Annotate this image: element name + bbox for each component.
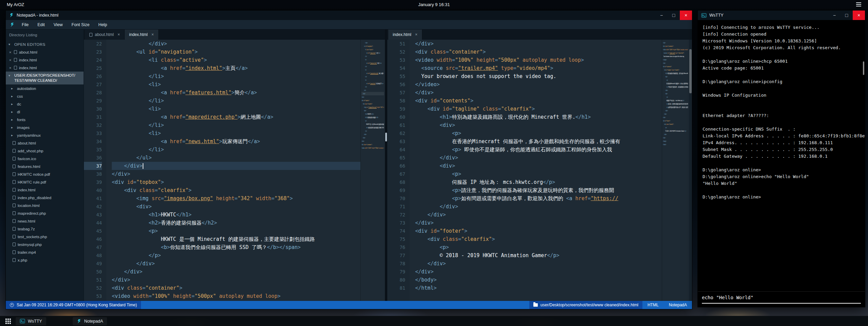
- code-line[interactable]: <a href="mapredirect.php">網上地圖</a>: [112, 113, 360, 121]
- code-line[interactable]: <h1>HKWTC</h1>: [112, 211, 360, 219]
- folder-css[interactable]: ▸css: [6, 92, 84, 100]
- code-line[interactable]: <div id="topbox">: [112, 178, 360, 186]
- code-line[interactable]: <p>請注意，我們的伺服器為確保玩家及遊玩時的質素，我們對的服務開: [415, 186, 662, 194]
- close-file-icon[interactable]: ×: [8, 58, 12, 62]
- terminal-input[interactable]: [702, 293, 861, 304]
- code-line[interactable]: <div class="container">: [112, 284, 360, 292]
- system-menu-button[interactable]: My ArOZ: [7, 2, 24, 7]
- file-features-html[interactable]: features.html: [6, 162, 84, 170]
- file-testmysql-php[interactable]: testmysql.php: [6, 241, 84, 248]
- code-line[interactable]: </div>: [415, 219, 662, 227]
- file-about-html[interactable]: about.html: [6, 139, 84, 147]
- code-editor[interactable]: </div> <ul id="navigation"> <li class="a…: [106, 40, 360, 301]
- file-mapredirect-php[interactable]: mapredirect.php: [6, 209, 84, 217]
- close-tab-icon[interactable]: ×: [415, 32, 418, 37]
- code-line[interactable]: <h2>香港的建築伺服器</h2>: [112, 219, 360, 227]
- file-hkwtc-notice-pdf[interactable]: HKWTC notice.pdf: [6, 170, 84, 178]
- folder-yamlyamlinux[interactable]: ▸yamlyamlinux: [6, 131, 84, 139]
- minimap[interactable]: </div> <ul id="navigation"> <li class="a…: [360, 40, 385, 301]
- code-line[interactable]: <div class="clearfix">: [415, 235, 662, 243]
- open-editor-index-html[interactable]: ×index.html: [6, 56, 84, 64]
- close-file-icon[interactable]: ×: [8, 50, 12, 54]
- code-line[interactable]: 在香港的Minecraft 伺服器中，多為小遊戲和純生存的伺服器，較少擁有: [415, 137, 662, 146]
- code-line[interactable]: <div id="tagline" class="clearfix">: [415, 105, 662, 113]
- close-tab-icon[interactable]: ×: [118, 32, 120, 37]
- code-line[interactable]: <img src="images/box.png" height="342" w…: [112, 194, 360, 203]
- pane-splitter[interactable]: [385, 30, 387, 301]
- menu-item-edit[interactable]: Edit: [33, 20, 49, 29]
- code-line[interactable]: <li>: [112, 80, 360, 89]
- file-teabag-7z[interactable]: teabag.7z: [6, 225, 84, 233]
- close-file-icon[interactable]: ×: [8, 66, 12, 70]
- code-line[interactable]: <source src="trailer.mp4" type="video/mp…: [415, 64, 662, 72]
- code-line[interactable]: </div>: [112, 170, 360, 178]
- code-line[interactable]: </div>: [415, 154, 662, 162]
- code-line[interactable]: </div>: [112, 260, 360, 268]
- hamburger-menu-icon[interactable]: [856, 2, 861, 6]
- code-line[interactable]: <p> 即使你不是建築師，你也能透過紅石師或鐵路工程師的身份加入我: [415, 146, 662, 154]
- file-news-html[interactable]: news.html: [6, 217, 84, 225]
- open-editor-about-html[interactable]: ×about.html: [6, 48, 84, 56]
- minimize-button[interactable]: −: [828, 11, 840, 20]
- taskbar-item-notepada[interactable]: NotepadA: [73, 317, 107, 325]
- folder-fonts[interactable]: ▸fonts: [6, 116, 84, 123]
- code-line[interactable]: </li>: [112, 121, 360, 129]
- code-line[interactable]: <video width="100%" height="500px" autop…: [112, 292, 360, 300]
- splitter-handle[interactable]: [385, 133, 387, 141]
- editor-scrollbar[interactable]: [689, 40, 692, 301]
- code-line[interactable]: </div>: [415, 211, 662, 219]
- code-line[interactable]: </li>: [112, 146, 360, 154]
- code-line[interactable]: <p>: [415, 243, 662, 251]
- code-line[interactable]: <li>: [112, 129, 360, 137]
- code-line[interactable]: </video>: [415, 80, 662, 89]
- menu-item-help[interactable]: Help: [94, 20, 111, 29]
- file-favicon-ico[interactable]: favicon.ico: [6, 155, 84, 162]
- code-line[interactable]: <p>如有問題或需要申請白名單，歡迎加入我們的 <a href="https:/…: [415, 194, 662, 203]
- minimize-button[interactable]: −: [655, 11, 668, 20]
- code-line[interactable]: <div id="footer">: [415, 227, 662, 235]
- code-line[interactable]: </div>: [415, 260, 662, 268]
- folder-images[interactable]: ▸images: [6, 123, 84, 131]
- code-line[interactable]: </ul>: [112, 154, 360, 162]
- open-editor-index-html[interactable]: ×index.html: [6, 64, 84, 72]
- code-line[interactable]: HKWTC 是一個 Minecraft 的建築伺服器，主要建築計劃包括鐵路: [112, 235, 360, 243]
- file-index-php-disabled[interactable]: index.php_disabled: [6, 194, 84, 202]
- code-line[interactable]: <b>你知道我們全線伺服器已轉用 SSD 了嗎？</b></span>: [112, 243, 360, 251]
- menu-item-file[interactable]: File: [17, 20, 33, 29]
- code-line[interactable]: © 2018 - 2019 HKWTC Animation Gamer</p>: [415, 251, 662, 260]
- code-line[interactable]: <a href="index.html">主頁</a>: [112, 64, 360, 72]
- code-line[interactable]: <div class="container">: [415, 48, 662, 56]
- code-line[interactable]: </div>: [112, 268, 360, 276]
- code-line[interactable]: </div>: [112, 40, 360, 48]
- code-line[interactable]: <div id="contents">: [415, 97, 662, 105]
- file-test-sockets-php[interactable]: test_sockets.php: [6, 233, 84, 241]
- code-line[interactable]: <a href="news.html">玩家傳送門</a>: [112, 137, 360, 146]
- code-line[interactable]: <li>: [112, 105, 360, 113]
- code-line[interactable]: <li class="active">: [112, 56, 360, 64]
- code-editor[interactable]: </div><div class="container"><video widt…: [410, 40, 662, 301]
- maximize-button[interactable]: □: [840, 11, 853, 20]
- close-button[interactable]: ×: [853, 11, 865, 20]
- maximize-button[interactable]: □: [668, 11, 680, 20]
- code-line[interactable]: <div>: [112, 203, 360, 211]
- scrollbar-thumb[interactable]: [689, 49, 692, 93]
- code-line[interactable]: <h1>特別為建築及鐵路而設，現代化的 Minecraft 世界.</h1>: [415, 113, 662, 121]
- code-line[interactable]: <video width="100%" height="500px" autop…: [415, 56, 662, 64]
- code-line[interactable]: </div>: [415, 203, 662, 211]
- folder-autostation[interactable]: ▸autostation: [6, 84, 84, 92]
- start-menu-button[interactable]: [5, 319, 11, 324]
- notepad-titlebar[interactable]: NotepadA - index.html − □ ×: [6, 11, 692, 20]
- code-line[interactable]: </p>: [112, 251, 360, 260]
- menu-item-view[interactable]: View: [49, 20, 67, 29]
- file-add-vhost-php[interactable]: add_vhost.php: [6, 147, 84, 155]
- open-editors-header[interactable]: ▾OPEN EDITORS: [6, 40, 84, 48]
- code-line[interactable]: <a href="features.html">簡介</a>: [112, 89, 360, 97]
- folder-dc[interactable]: ▸dc: [6, 100, 84, 108]
- file-location-html[interactable]: location.html: [6, 202, 84, 209]
- code-line[interactable]: <ul id="navigation">: [112, 48, 360, 56]
- workspace-root[interactable]: ▾USER:/DESKTOP/SCREENSHOT/TEST/WWW CLEAN…: [6, 72, 84, 84]
- code-line[interactable]: <p>: [415, 170, 662, 178]
- menu-item-font-size[interactable]: Font Size: [67, 20, 94, 29]
- code-line[interactable]: <div>: [415, 162, 662, 170]
- folder-dl[interactable]: ▸dl: [6, 108, 84, 116]
